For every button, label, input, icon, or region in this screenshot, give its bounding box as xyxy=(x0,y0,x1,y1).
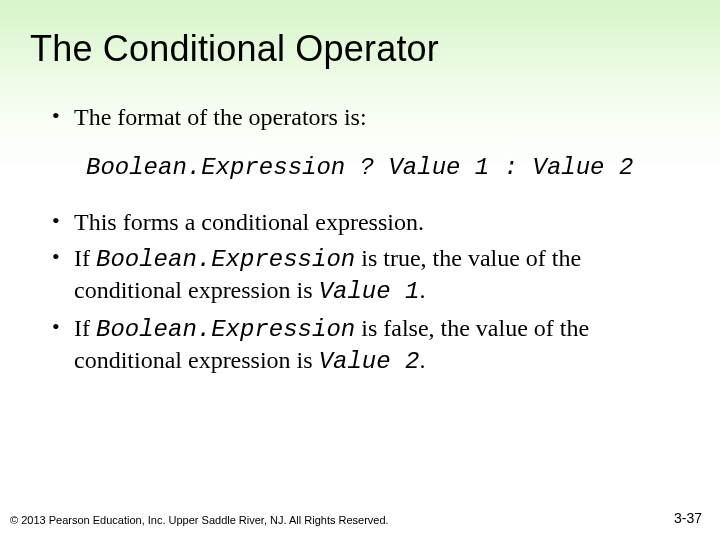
code-fragment: Boolean.Expression xyxy=(96,316,355,343)
bullet-list: This forms a conditional expression. If … xyxy=(30,207,690,377)
bullet-item: If Boolean.Expression is false, the valu… xyxy=(52,313,682,377)
text-fragment: If xyxy=(74,245,96,271)
bullet-list: The format of the operators is: xyxy=(30,102,690,132)
bullet-item: The format of the operators is: xyxy=(52,102,682,132)
slide: The Conditional Operator The format of t… xyxy=(0,0,720,540)
bullet-item: If Boolean.Expression is true, the value… xyxy=(52,243,682,307)
code-expression: Boolean.Expression ? Value 1 : Value 2 xyxy=(86,154,690,181)
bullet-item: This forms a conditional expression. xyxy=(52,207,682,237)
text-fragment: . xyxy=(419,347,425,373)
text-fragment: . xyxy=(419,277,425,303)
code-fragment: Value 2 xyxy=(319,348,420,375)
code-fragment: Boolean.Expression xyxy=(96,246,355,273)
code-fragment: Value 1 xyxy=(319,278,420,305)
page-number: 3-37 xyxy=(674,510,702,526)
slide-title: The Conditional Operator xyxy=(30,28,690,70)
text-fragment: If xyxy=(74,315,96,341)
copyright-footer: © 2013 Pearson Education, Inc. Upper Sad… xyxy=(10,514,389,526)
